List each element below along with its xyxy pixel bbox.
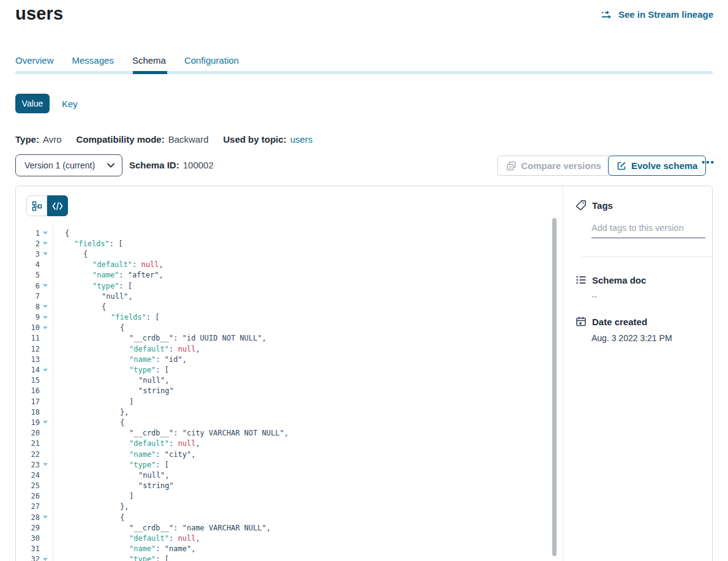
- date-created-heading-label: Date created: [592, 317, 647, 327]
- token-null: null: [141, 260, 159, 269]
- tab-schema[interactable]: Schema: [132, 55, 166, 66]
- token-punctuation: :: [169, 439, 178, 448]
- fold-toggle[interactable]: [40, 232, 53, 235]
- code-line: 29"__crdb__": "name VARCHAR NULL",: [16, 522, 563, 533]
- line-number: 22: [16, 450, 40, 459]
- code-text: {: [53, 513, 124, 522]
- line-number: 11: [16, 334, 40, 342]
- collapse-triangle-icon[interactable]: [43, 305, 48, 308]
- token-key: "name": [92, 271, 119, 279]
- token-punctuation: ,: [159, 260, 163, 269]
- token-punctuation: ,: [266, 524, 271, 532]
- tab-bar: OverviewMessagesSchemaConfiguration: [15, 55, 239, 66]
- code-line: 28{: [16, 512, 563, 522]
- code-line: 26]: [16, 491, 563, 502]
- collapse-triangle-icon[interactable]: [43, 421, 48, 424]
- code-text: },: [53, 502, 129, 511]
- token-string: "id UUID NOT NULL": [182, 334, 262, 342]
- code-text: {: [53, 303, 106, 311]
- collapse-triangle-icon[interactable]: [43, 316, 48, 319]
- collapse-triangle-icon[interactable]: [43, 242, 48, 245]
- used-by-topic-link[interactable]: users: [290, 134, 313, 145]
- tab-messages[interactable]: Messages: [72, 55, 114, 66]
- code-line: 11"__crdb__": "id UUID NOT NULL",: [16, 333, 563, 344]
- token-string: "after": [128, 271, 159, 279]
- more-options-icon[interactable]: •••: [702, 157, 715, 167]
- line-number: 10: [16, 323, 40, 332]
- version-select[interactable]: Version 1 (current): [15, 154, 122, 176]
- evolve-schema-button[interactable]: Evolve schema: [608, 156, 706, 176]
- code-text: "default": null,: [53, 439, 200, 448]
- code-text: {: [53, 323, 124, 332]
- code-line: 21"default": null,: [16, 439, 563, 449]
- token-punctuation: : [: [110, 239, 123, 248]
- line-number: 26: [16, 492, 40, 500]
- token-punctuation: ,: [165, 471, 169, 480]
- token-string: "name": [165, 544, 191, 553]
- fold-toggle[interactable]: [40, 558, 53, 561]
- collapse-triangle-icon[interactable]: [43, 232, 48, 235]
- tab-configuration[interactable]: Configuration: [184, 55, 239, 66]
- fold-toggle[interactable]: [40, 252, 53, 255]
- fold-toggle[interactable]: [40, 516, 53, 519]
- used-by-topic-label: Used by topic:: [223, 134, 287, 145]
- token-string: "null": [138, 471, 165, 480]
- code-text: "null",: [53, 471, 170, 480]
- fold-toggle[interactable]: [40, 305, 53, 308]
- collapse-triangle-icon[interactable]: [43, 463, 48, 466]
- line-number: 7: [16, 292, 40, 301]
- scrollbar-thumb[interactable]: [552, 218, 557, 556]
- fold-toggle[interactable]: [40, 284, 53, 287]
- schema-code-editor[interactable]: 1{2"fields": [3{4"default": null,5"name"…: [16, 228, 563, 561]
- value-toggle-button[interactable]: Value: [15, 94, 50, 113]
- schema-id-value: 100002: [183, 160, 214, 170]
- token-string: "string": [138, 386, 174, 395]
- view-mode-toggle: [26, 195, 68, 216]
- line-number: 15: [16, 376, 40, 385]
- chevron-down-icon: [107, 163, 114, 168]
- code-line: 24"null",: [16, 470, 563, 480]
- collapse-triangle-icon[interactable]: [43, 326, 48, 329]
- line-number: 28: [16, 513, 40, 522]
- line-number: 29: [16, 524, 40, 532]
- code-text: {: [53, 229, 69, 238]
- fold-toggle[interactable]: [40, 463, 53, 466]
- token-string: "__crdb__": [129, 334, 173, 342]
- fold-toggle[interactable]: [40, 326, 53, 329]
- fold-toggle[interactable]: [40, 316, 53, 319]
- collapse-triangle-icon[interactable]: [43, 369, 48, 372]
- code-text: "__crdb__": "city VARCHAR NOT NULL",: [53, 429, 288, 437]
- fold-toggle[interactable]: [40, 242, 53, 245]
- token-punctuation: : [: [119, 282, 132, 290]
- token-punctuation: ]: [129, 397, 133, 406]
- line-number: 17: [16, 397, 40, 406]
- fold-toggle[interactable]: [40, 421, 53, 424]
- code-line: 12"default": null,: [16, 344, 563, 354]
- add-tags-input[interactable]: [591, 218, 705, 238]
- see-in-stream-lineage-link[interactable]: See in Stream lineage: [601, 9, 713, 20]
- token-key: "type": [92, 282, 119, 290]
- code-view-button[interactable]: [47, 195, 68, 216]
- collapse-triangle-icon[interactable]: [43, 558, 48, 561]
- collapse-triangle-icon[interactable]: [43, 516, 48, 519]
- line-number: 24: [16, 471, 40, 480]
- token-key: "type": [129, 461, 156, 469]
- token-punctuation: {: [65, 229, 69, 238]
- key-toggle-link[interactable]: Key: [62, 99, 78, 109]
- code-text: "__crdb__": "name VARCHAR NULL",: [53, 524, 271, 532]
- tab-overview[interactable]: Overview: [15, 55, 54, 66]
- code-text: "string": [53, 386, 174, 395]
- collapse-triangle-icon[interactable]: [43, 284, 48, 287]
- code-line: 31"name": "name",: [16, 544, 563, 554]
- token-punctuation: : [: [146, 313, 160, 322]
- token-punctuation: ,: [165, 376, 169, 385]
- compare-versions-button[interactable]: Compare versions: [497, 156, 610, 176]
- code-line: 17]: [16, 396, 563, 407]
- code-line: 4"default": null,: [16, 260, 563, 270]
- collapse-triangle-icon[interactable]: [43, 252, 48, 255]
- code-text: {: [53, 418, 124, 427]
- lineage-link-label: See in Stream lineage: [618, 9, 713, 20]
- code-line: 2"fields": [: [16, 238, 563, 249]
- fold-toggle[interactable]: [40, 369, 53, 372]
- tree-view-button[interactable]: [26, 195, 47, 216]
